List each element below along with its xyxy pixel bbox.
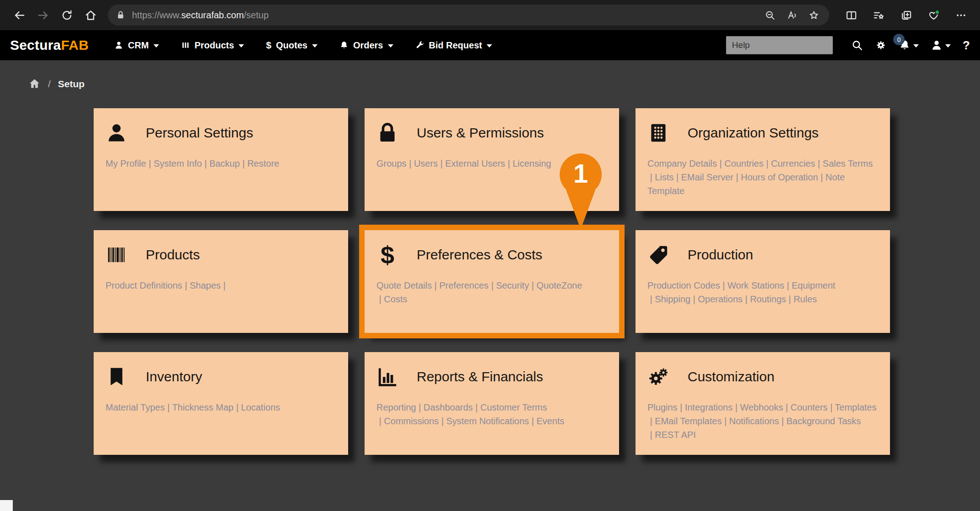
card-link[interactable]: Costs: [384, 294, 407, 304]
card-link[interactable]: EMail Templates: [655, 416, 721, 426]
site-lock-icon[interactable]: [115, 10, 126, 21]
card-links: Plugins | Integrations | Webhooks | Coun…: [647, 400, 878, 442]
card-link[interactable]: Events: [536, 416, 564, 426]
split-screen-button[interactable]: [839, 4, 863, 26]
bookmark-icon: [106, 366, 127, 388]
card-link[interactable]: Backup: [209, 158, 240, 169]
read-aloud-button[interactable]: [781, 6, 803, 24]
question-mark-icon: ?: [963, 38, 970, 53]
browser-refresh-button[interactable]: [55, 4, 79, 26]
card-link[interactable]: Dashboards: [424, 402, 473, 412]
brand-logo[interactable]: SecturaFAB: [10, 37, 89, 53]
browser-toolbar-right: [839, 4, 973, 26]
tag-icon: [647, 244, 669, 266]
zoom-button[interactable]: [759, 6, 781, 24]
card-link[interactable]: Thickness Map: [172, 402, 234, 412]
card-link[interactable]: Lists: [655, 172, 673, 182]
nav-item-crm[interactable]: CRM: [114, 40, 159, 51]
card-link[interactable]: System Notifications: [446, 416, 529, 426]
card-link[interactable]: System Info: [154, 158, 202, 169]
collections-button[interactable]: [894, 4, 918, 26]
card-link[interactable]: Integrations: [685, 402, 733, 412]
user-menu-button[interactable]: [931, 39, 951, 51]
card-link[interactable]: Restore: [247, 158, 279, 169]
link-separator: |: [438, 158, 445, 169]
card-link[interactable]: EMail Server: [681, 172, 733, 182]
favorite-page-button[interactable]: [803, 6, 825, 24]
app-help-button[interactable]: ?: [963, 38, 970, 53]
card-link[interactable]: Operations: [698, 294, 742, 304]
card-link[interactable]: Production Codes: [647, 280, 720, 290]
card-link[interactable]: Locations: [241, 402, 280, 412]
card-link[interactable]: Webhooks: [740, 402, 783, 412]
chevron-down-icon: [388, 44, 393, 47]
card-header: Personal Settings: [106, 122, 336, 144]
card-link[interactable]: Counters: [790, 402, 827, 412]
nav-item-quotes[interactable]: $ Quotes: [266, 40, 318, 51]
card-link[interactable]: Rules: [794, 294, 817, 304]
card-link[interactable]: REST API: [655, 430, 696, 440]
breadcrumb-current: Setup: [58, 79, 85, 90]
browser-menu-button[interactable]: [949, 4, 973, 26]
card-link[interactable]: Countries: [725, 158, 764, 169]
link-separator: |: [647, 172, 655, 182]
browser-back-button[interactable]: [7, 4, 31, 26]
url-path: /setup: [244, 10, 269, 20]
card-link[interactable]: Sales Terms: [823, 158, 873, 169]
link-separator: |: [786, 294, 794, 304]
nav-item-bid-request[interactable]: Bid Request: [415, 40, 493, 51]
card-link[interactable]: Customer Terms: [480, 402, 547, 412]
header-settings-button[interactable]: [875, 39, 887, 51]
building-icon: [647, 122, 669, 144]
card-link[interactable]: Routings: [750, 294, 786, 304]
browser-home-button[interactable]: [79, 4, 102, 26]
link-separator: |: [678, 402, 685, 412]
card-link[interactable]: External Users: [445, 158, 505, 169]
nav-item-products[interactable]: Products: [181, 40, 244, 51]
card-link[interactable]: Reporting: [376, 402, 416, 412]
card-link[interactable]: Material Types: [106, 402, 165, 412]
link-separator: |: [165, 402, 172, 412]
link-separator: |: [733, 172, 741, 182]
card-link[interactable]: Work Stations: [727, 280, 784, 290]
card-link[interactable]: My Profile: [106, 158, 146, 169]
card-link[interactable]: Shipping: [655, 294, 690, 304]
card-link[interactable]: Plugins: [647, 402, 678, 412]
card-link[interactable]: Quote Details: [376, 280, 432, 290]
card-link[interactable]: Equipment: [792, 280, 836, 290]
link-separator: |: [529, 416, 536, 426]
card-link[interactable]: QuoteZone: [536, 280, 582, 290]
card-link[interactable]: Preferences: [439, 280, 488, 290]
forward-arrow-icon: [37, 9, 49, 21]
header-search-button[interactable]: [851, 39, 863, 51]
setup-card-production: Production Production Codes | Work Stati…: [636, 230, 890, 333]
card-link[interactable]: Templates: [835, 402, 876, 412]
card-link[interactable]: Groups: [376, 158, 407, 169]
refresh-icon: [61, 9, 73, 21]
favorites-button[interactable]: [867, 4, 890, 26]
home-icon[interactable]: [28, 78, 41, 90]
link-separator: |: [827, 402, 835, 412]
card-header: Inventory: [106, 366, 336, 388]
card-link[interactable]: Shapes: [190, 280, 221, 290]
card-link[interactable]: Product Definitions: [106, 280, 182, 290]
dollar-icon: $: [266, 40, 271, 51]
card-link[interactable]: Background Tasks: [786, 416, 861, 426]
card-link[interactable]: Company Details: [647, 158, 717, 169]
card-link[interactable]: Currencies: [771, 158, 816, 169]
browser-essentials-button[interactable]: [922, 4, 945, 26]
dollar-icon: $: [376, 244, 398, 266]
notifications-button[interactable]: 0: [899, 39, 919, 51]
help-input[interactable]: [726, 36, 833, 54]
browser-forward-button[interactable]: [31, 4, 55, 26]
card-link[interactable]: Security: [496, 280, 529, 290]
card-link[interactable]: Users: [414, 158, 438, 169]
address-bar[interactable]: https://www.secturafab.com/setup: [108, 5, 829, 26]
nav-item-orders[interactable]: Orders: [339, 40, 393, 51]
link-separator: |: [647, 430, 655, 440]
link-separator: |: [818, 172, 826, 182]
card-link[interactable]: Notifications: [729, 416, 779, 426]
card-link[interactable]: Licensing: [513, 158, 551, 169]
card-link[interactable]: Commissions: [384, 416, 439, 426]
card-link[interactable]: Hours of Operation: [741, 172, 818, 182]
